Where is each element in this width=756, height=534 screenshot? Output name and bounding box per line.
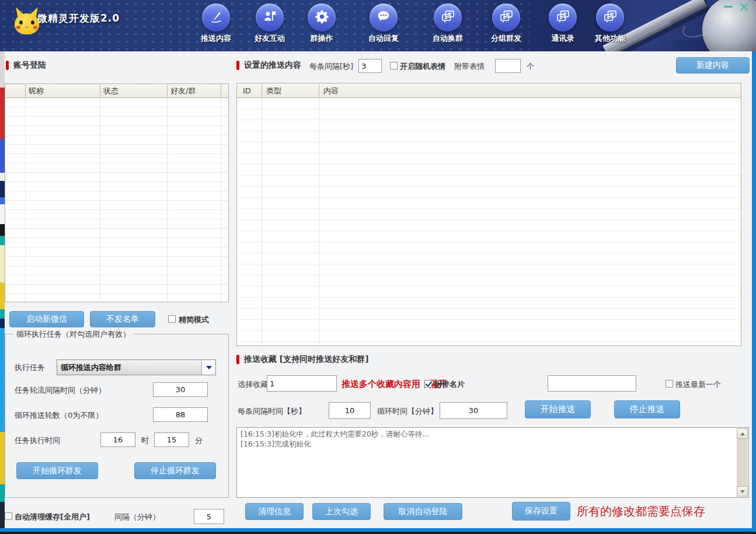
toolbar-auto-switch-group[interactable]: 自动换群 [421,4,475,44]
chat-double-icon [499,9,514,27]
attach-emoji-input[interactable] [495,59,521,73]
column-header-type: 类型 [266,83,281,98]
per-msg-interval-label: 每条间隔[秒] [309,61,353,72]
exec-hour-input[interactable] [100,432,135,447]
save-hint-text: 所有的修改都需要点保存 [577,504,705,519]
simple-mode-checkbox[interactable] [168,315,176,323]
gear-icon [314,9,330,27]
clear-info-button[interactable]: 清理信息 [245,503,304,520]
round-interval-label: 任务轮流间隔时间（分钟） [15,385,106,396]
fav-loop-time-label: 循环时间【分钟】 [377,406,438,417]
friend-flag-icon [262,9,277,26]
scroll-down-button[interactable] [737,486,748,497]
combo-dropdown-button[interactable] [201,360,215,375]
toolbar-group-ops[interactable]: 群操作 [295,4,349,44]
attach-card-label: 附带名片 [434,379,465,390]
toolbar-push-content[interactable]: 推送内容 [189,4,243,44]
log-area[interactable]: [16:15:3]初始化中，此过程大约需要20秒，请耐心等待... [16:15… [236,427,749,498]
titlebar: 微精灵开发版2.0 推送内容 好友互动 群操作 自动回复 [0,0,756,51]
column-header-id: ID [243,83,251,98]
chat-dots-icon [375,8,392,27]
stop-push-button[interactable]: 停止推送 [614,400,680,418]
auto-clear-cache-checkbox[interactable] [5,512,12,520]
chat-double-icon [440,9,456,27]
chat-double-icon [555,9,571,27]
select-fav-input[interactable] [267,375,337,392]
round-interval-input[interactable] [153,382,208,397]
fav-msg-interval-input[interactable] [329,402,371,419]
scroll-up-button[interactable] [737,428,748,439]
fav-loop-time-input[interactable] [440,402,507,419]
push-content-table[interactable]: ID 类型 内容 [236,83,741,346]
toolbar-other-functions[interactable]: 其他功能 [583,4,637,44]
loop-task-group-title: 循环执行任务（对勾选用户有效） [13,329,133,340]
log-scrollbar[interactable] [737,428,748,497]
toolbar-auto-reply[interactable]: 自动回复 [357,4,410,44]
column-header-status: 状态 [103,84,119,98]
no-send-list-button[interactable]: 不发名单 [90,311,155,327]
per-msg-interval-input[interactable] [358,59,382,73]
start-loop-broadcast-button[interactable]: 开始循环群发 [16,462,98,479]
push-latest-checkbox[interactable] [666,380,673,388]
simple-mode-label: 精简模式 [179,315,209,325]
toolbar-group-broadcast[interactable]: 分组群发 [479,4,533,44]
cache-interval-input[interactable] [194,509,224,524]
exec-time-label: 任务执行时间 [15,435,60,446]
loop-rounds-label: 循环推送轮数（0为不限） [15,410,103,421]
minute-unit-label: 分 [195,435,203,446]
scroll-up-icon [740,432,745,435]
minimize-icon[interactable] [724,6,733,8]
last-checked-button[interactable]: 上次勾选 [312,503,371,520]
window-border-right [752,51,756,528]
section-marker [236,355,239,364]
start-push-button[interactable]: 开始推送 [525,400,591,418]
toolbar-friend-interact[interactable]: 好友互动 [243,4,297,44]
app-logo-pikachu [14,8,40,34]
section-marker [236,61,239,70]
close-icon[interactable] [739,2,749,12]
exec-task-label: 执行任务 [15,362,45,373]
save-settings-button[interactable]: 保存设置 [512,502,570,521]
push-content-table-body [237,98,741,345]
loop-rounds-input[interactable] [153,407,208,422]
chat-double-icon [602,9,618,27]
new-content-button[interactable]: 新建内容 [676,57,750,74]
scroll-down-icon [740,490,745,493]
account-table-body [5,98,228,302]
push-content-section-title: 设置的推送内容 [244,60,301,71]
select-fav-label: 选择收藏 [238,379,268,390]
hour-unit-label: 时 [141,435,149,446]
attach-emoji-label: 附带表情 [454,61,485,72]
stop-loop-broadcast-button[interactable]: 停止循环群发 [134,462,216,479]
exec-minute-input[interactable] [154,432,189,447]
app-window: 微精灵开发版2.0 推送内容 好友互动 群操作 自动回复 [0,0,756,534]
column-header-content: 内容 [323,83,339,98]
fav-msg-interval-label: 每条间隔时间【秒】 [238,406,306,417]
toolbar-contacts[interactable]: 通讯录 [536,4,590,44]
push-fav-section-title: 推送收藏 [支持同时推送好友和群] [244,354,369,365]
account-section-title: 账号登陆 [13,60,46,71]
cache-interval-label: 间隔（分钟） [114,512,160,522]
log-line: [16:15:3]完成初始化 [241,439,734,449]
cancel-auto-login-button[interactable]: 取消自动登陆 [384,503,462,520]
chevron-down-icon [206,366,212,369]
attach-card-checkbox[interactable] [424,380,432,388]
pen-icon [208,9,224,26]
auto-clear-cache-label: 自动清理缓存[全用户] [15,512,90,522]
random-emoji-label: 开启随机表情 [400,61,445,72]
column-header-nickname: 昵称 [29,84,44,98]
attach-emoji-unit: 个 [527,61,534,72]
window-title: 微精灵开发版2.0 [37,12,120,25]
section-marker [6,61,9,70]
push-latest-label: 推送最新一个 [675,379,721,390]
random-emoji-checkbox[interactable] [390,62,398,69]
window-border-shadow [0,532,756,534]
attach-card-input[interactable] [548,375,636,392]
exec-task-selected-value: 循环推送内容给群 [57,362,201,373]
log-line: [16:15:3]初始化中，此过程大约需要20秒，请耐心等待... [241,430,734,439]
desktop-edge-strip [0,51,5,534]
column-header-friends-groups: 好友/群 [170,84,196,98]
account-table[interactable]: 昵称 状态 好友/群 [5,83,229,302]
start-new-wechat-button[interactable]: 启动新微信 [9,311,84,327]
exec-task-select[interactable]: 循环推送内容给群 [57,360,216,375]
